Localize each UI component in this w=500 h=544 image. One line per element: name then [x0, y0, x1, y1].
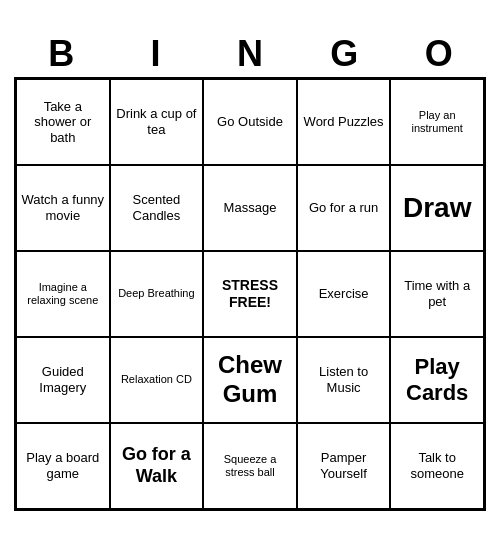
bingo-cell[interactable]: STRESS FREE!	[203, 251, 297, 337]
bingo-cell[interactable]: Time with a pet	[390, 251, 484, 337]
bingo-cell[interactable]: Scented Candles	[110, 165, 204, 251]
bingo-cell[interactable]: Listen to Music	[297, 337, 391, 423]
bingo-cell[interactable]: Talk to someone	[390, 423, 484, 509]
bingo-cell[interactable]: Word Puzzles	[297, 79, 391, 165]
bingo-cell[interactable]: Drink a cup of tea	[110, 79, 204, 165]
bingo-cell[interactable]: Squeeze a stress ball	[203, 423, 297, 509]
bingo-cell[interactable]: Deep Breathing	[110, 251, 204, 337]
bingo-header: B I N G O	[14, 33, 486, 75]
letter-b: B	[17, 33, 105, 75]
bingo-card: B I N G O Take a shower or bathDrink a c…	[10, 29, 490, 515]
bingo-cell[interactable]: Pamper Yourself	[297, 423, 391, 509]
bingo-cell[interactable]: Draw	[390, 165, 484, 251]
bingo-grid: Take a shower or bathDrink a cup of teaG…	[14, 77, 486, 511]
letter-i: I	[112, 33, 200, 75]
bingo-cell[interactable]: Imagine a relaxing scene	[16, 251, 110, 337]
bingo-cell[interactable]: Massage	[203, 165, 297, 251]
bingo-cell[interactable]: Play an instrument	[390, 79, 484, 165]
bingo-cell[interactable]: Guided Imagery	[16, 337, 110, 423]
bingo-cell[interactable]: Play a board game	[16, 423, 110, 509]
bingo-cell[interactable]: Watch a funny movie	[16, 165, 110, 251]
letter-n: N	[206, 33, 294, 75]
bingo-cell[interactable]: Go for a run	[297, 165, 391, 251]
bingo-cell[interactable]: Go for a Walk	[110, 423, 204, 509]
letter-o: O	[395, 33, 483, 75]
bingo-cell[interactable]: Play Cards	[390, 337, 484, 423]
bingo-cell[interactable]: Exercise	[297, 251, 391, 337]
bingo-cell[interactable]: Go Outside	[203, 79, 297, 165]
letter-g: G	[300, 33, 388, 75]
bingo-cell[interactable]: Chew Gum	[203, 337, 297, 423]
bingo-cell[interactable]: Take a shower or bath	[16, 79, 110, 165]
bingo-cell[interactable]: Relaxation CD	[110, 337, 204, 423]
